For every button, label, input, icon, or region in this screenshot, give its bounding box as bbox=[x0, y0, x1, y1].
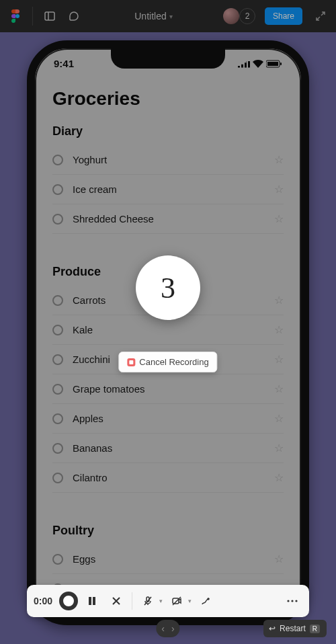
checkbox-circle-icon[interactable] bbox=[52, 295, 63, 306]
svg-rect-7 bbox=[93, 597, 95, 605]
phone-notch bbox=[111, 48, 225, 69]
svg-rect-10 bbox=[173, 598, 179, 604]
camera-menu-caret[interactable]: ▾ bbox=[188, 598, 192, 604]
draw-button[interactable] bbox=[196, 591, 216, 611]
checkbox-circle-icon[interactable] bbox=[52, 384, 63, 395]
avatar[interactable] bbox=[223, 8, 239, 24]
checkbox-circle-icon[interactable] bbox=[52, 214, 63, 225]
checkbox-circle-icon[interactable] bbox=[52, 473, 63, 483]
checkbox-circle-icon[interactable] bbox=[52, 413, 63, 424]
star-icon[interactable]: ☆ bbox=[270, 294, 284, 307]
checkbox-circle-icon[interactable] bbox=[52, 184, 63, 195]
viewer-count[interactable]: 2 bbox=[239, 8, 255, 24]
app-screen: Groceries DiaryYoghurt☆Ice cream☆Shredde… bbox=[35, 69, 301, 625]
section-header: Poultry bbox=[52, 524, 284, 538]
list-item-label: Bananas bbox=[73, 442, 261, 454]
list-item[interactable]: Ice cream☆ bbox=[52, 175, 284, 204]
list-item[interactable]: Bananas☆ bbox=[52, 434, 284, 463]
list-item-label: Shredded Cheese bbox=[73, 213, 261, 225]
star-icon[interactable]: ☆ bbox=[270, 553, 284, 565]
svg-point-0 bbox=[15, 14, 19, 18]
checkbox-circle-icon[interactable] bbox=[52, 554, 63, 565]
present-expand-icon[interactable] bbox=[310, 6, 331, 26]
share-button[interactable]: Share bbox=[265, 7, 302, 25]
mic-button[interactable] bbox=[138, 591, 158, 611]
star-icon[interactable]: ☆ bbox=[270, 471, 284, 484]
panel-toggle-icon[interactable] bbox=[40, 6, 60, 26]
cancel-recording-button[interactable]: Cancel Recording bbox=[118, 352, 217, 372]
list-item-label: Kale bbox=[73, 324, 261, 335]
list-item[interactable]: Grape tomatoes☆ bbox=[52, 374, 284, 404]
restart-label: Restart bbox=[280, 624, 306, 633]
cancel-recording-label: Cancel Recording bbox=[139, 357, 208, 367]
frame-nav[interactable]: ‹ › bbox=[156, 620, 179, 637]
list-item-label: Ice cream bbox=[73, 184, 261, 195]
star-icon[interactable]: ☆ bbox=[270, 412, 284, 425]
mic-menu-caret[interactable]: ▾ bbox=[159, 598, 163, 604]
prototype-canvas: 9:41 Groceries DiaryYoghurt☆Ice cream☆Sh… bbox=[0, 32, 336, 644]
separator bbox=[32, 7, 33, 26]
more-button[interactable] bbox=[282, 591, 302, 611]
list-item-label: Grape tomatoes bbox=[73, 383, 261, 395]
svg-point-12 bbox=[208, 598, 209, 600]
list-item[interactable]: Shredded Cheese☆ bbox=[52, 204, 284, 234]
comments-icon[interactable] bbox=[64, 6, 84, 26]
restart-icon: ↩ bbox=[269, 624, 276, 633]
checkbox-circle-icon[interactable] bbox=[52, 325, 63, 335]
list-item-label: Yoghurt bbox=[73, 154, 261, 165]
close-button[interactable] bbox=[106, 591, 126, 611]
checkbox-circle-icon[interactable] bbox=[52, 354, 63, 365]
checkbox-circle-icon[interactable] bbox=[52, 155, 63, 165]
svg-point-13 bbox=[287, 600, 289, 602]
star-icon[interactable]: ☆ bbox=[270, 153, 284, 166]
wifi-icon bbox=[253, 60, 263, 68]
status-clock: 9:41 bbox=[54, 58, 74, 69]
divider bbox=[132, 592, 132, 610]
star-icon[interactable]: ☆ bbox=[270, 353, 284, 366]
list-item[interactable]: Eggs☆ bbox=[52, 545, 284, 574]
list-item[interactable]: Yoghurt☆ bbox=[52, 145, 284, 175]
list-item[interactable]: Cilantro☆ bbox=[52, 463, 284, 493]
section-header: Diary bbox=[52, 124, 284, 138]
star-icon[interactable]: ☆ bbox=[270, 212, 284, 225]
pause-button[interactable] bbox=[82, 591, 102, 611]
list-item[interactable]: Apples☆ bbox=[52, 404, 284, 434]
list-item-label: Cilantro bbox=[73, 472, 261, 483]
recording-countdown: 3 bbox=[136, 255, 200, 320]
star-icon[interactable]: ☆ bbox=[270, 383, 284, 395]
star-icon[interactable]: ☆ bbox=[270, 323, 284, 336]
stop-icon bbox=[127, 358, 135, 366]
restart-shortcut: R bbox=[310, 625, 320, 633]
battery-icon bbox=[266, 60, 282, 68]
player-time: 0:00 bbox=[34, 596, 52, 606]
svg-rect-5 bbox=[280, 63, 282, 65]
list-item-label: Eggs bbox=[73, 553, 261, 565]
star-icon[interactable]: ☆ bbox=[270, 183, 284, 196]
svg-point-15 bbox=[295, 600, 297, 602]
svg-point-14 bbox=[291, 600, 293, 602]
star-icon[interactable]: ☆ bbox=[270, 442, 284, 454]
cellular-icon bbox=[238, 60, 250, 68]
list-item-label: Apples bbox=[73, 413, 261, 424]
player-bar: 0:00 ▾ ▾ bbox=[27, 585, 309, 617]
checkbox-circle-icon[interactable] bbox=[52, 443, 63, 454]
chevron-down-icon: ▾ bbox=[169, 13, 173, 20]
document-title[interactable]: Untitled ▾ bbox=[134, 11, 172, 22]
svg-rect-1 bbox=[45, 12, 54, 20]
svg-rect-6 bbox=[89, 597, 91, 605]
phone-frame: 9:41 Groceries DiaryYoghurt☆Ice cream☆Sh… bbox=[27, 40, 309, 625]
page-title: Groceries bbox=[52, 88, 284, 110]
camera-button[interactable] bbox=[167, 591, 187, 611]
figma-logo-icon[interactable] bbox=[5, 6, 26, 26]
svg-rect-4 bbox=[267, 62, 278, 66]
restart-button[interactable]: ↩ Restart R bbox=[263, 620, 327, 637]
record-button[interactable] bbox=[59, 592, 78, 610]
prev-frame-icon[interactable]: ‹ bbox=[161, 623, 165, 634]
figma-topbar: Untitled ▾ 2 Share bbox=[0, 0, 336, 32]
next-frame-icon[interactable]: › bbox=[171, 623, 175, 634]
document-title-text: Untitled bbox=[134, 11, 166, 22]
